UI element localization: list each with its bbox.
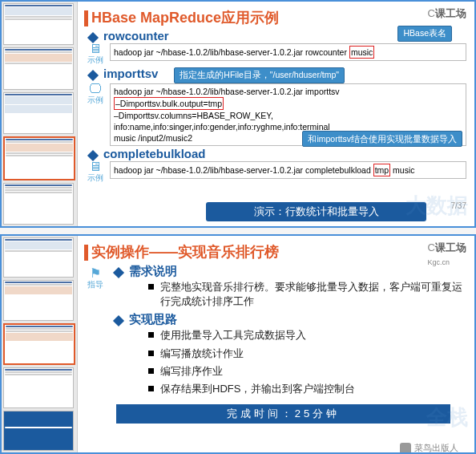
thumbnail[interactable]: [3, 3, 74, 45]
example-icon: 🖥 示例: [84, 43, 107, 66]
bullet-item: 编写播放统计作业: [129, 347, 466, 361]
thumbnail[interactable]: [3, 47, 74, 89]
square-bullet-icon: [148, 386, 154, 391]
highlight-box: –Dimporttsv.bulk.output=tmp: [114, 97, 224, 110]
thumbnail-active[interactable]: [3, 323, 75, 365]
slide-title: 实例操作——实现音乐排行榜: [84, 242, 466, 261]
thumbnail[interactable]: [3, 280, 74, 320]
bullet-item: 使用批量导入工具完成数据导入: [129, 328, 466, 343]
example-icon: 🖵 示例: [84, 83, 107, 106]
slide-content: C课工场Kgc.cn HBase MapReduce应用示例 rowcounte…: [78, 2, 474, 226]
thumbnail[interactable]: [3, 92, 74, 134]
thumbnail[interactable]: [3, 411, 74, 451]
callout-bulk-import: 和importtsv结合使用实现批量数据导入: [302, 131, 462, 147]
bullet-item: 保存结果到HDFS，并输出到客户端控制台: [129, 382, 466, 396]
thumbnail[interactable]: [3, 237, 74, 278]
section-heading: rowcounter: [103, 29, 169, 43]
callout-hbase-table: HBase表名: [397, 26, 452, 42]
thumbnail-panel: [2, 2, 78, 226]
highlight-box: music: [349, 46, 374, 59]
square-bullet-icon: [148, 351, 154, 356]
thumbnail[interactable]: [3, 183, 74, 225]
square-bullet-icon: [148, 284, 154, 290]
diamond-bullet-icon: [87, 70, 99, 81]
wechat-icon: [400, 443, 411, 453]
slide-1: C课工场Kgc.cn HBase MapReduce应用示例 rowcounte…: [0, 0, 476, 228]
title-accent: [84, 245, 88, 261]
section-heading: 需求说明: [129, 264, 177, 279]
diamond-bullet-icon: [113, 267, 124, 278]
command-box: hadoop jar ~/hbase-1.0.2/lib/hbase-serve…: [110, 83, 466, 146]
title-accent: [84, 10, 88, 26]
monitor-icon: 🖥: [84, 43, 107, 55]
section-completebulkload: completebulkload /user/hduser/tmp: [84, 147, 466, 160]
callout-hfile-dir: 指定生成的HFile目录，"/user/hduser/tmp": [174, 67, 345, 83]
command-box: hadoop jar ~/hbase-1.0.2/lib/hbase-serve…: [110, 43, 466, 61]
monitor-icon: 🖵: [84, 83, 107, 95]
section-heading: 实现思路: [129, 312, 177, 327]
example-icon: 🖥 示例: [84, 161, 107, 184]
bullet-item: 完整地实现音乐排行榜。要求能够批量导入数据，客户端可重复运行完成统计排序工作: [129, 280, 466, 309]
highlight-box: tmp: [373, 164, 391, 176]
diamond-bullet-icon: [87, 150, 99, 161]
thumbnail-panel: [2, 236, 78, 452]
section-approach: 实现思路: [110, 312, 466, 327]
diamond-bullet-icon: [113, 315, 124, 326]
command-box: hadoop jar ~/hbase-1.0.2/lib/hbase-serve…: [110, 161, 466, 179]
section-heading: completebulkload: [103, 147, 206, 160]
bullet-item: 编写排序作业: [129, 364, 466, 379]
guide-icon: ⚑ 指导: [84, 268, 107, 399]
monitor-icon: 🖥: [84, 161, 107, 172]
flag-icon: ⚑: [84, 268, 107, 279]
section-heading: importtsv: [103, 67, 158, 80]
source-footer: 菜鸟出版人: [400, 442, 458, 452]
square-bullet-icon: [148, 368, 154, 374]
thumbnail-active[interactable]: [3, 136, 75, 180]
thumbnail[interactable]: [3, 367, 74, 407]
square-bullet-icon: [148, 332, 154, 338]
slide-2: C课工场Kgc.cn 实例操作——实现音乐排行榜 ⚑ 指导 需求说明 完整地实现…: [0, 234, 476, 454]
demo-bar: 演示：行数统计和批量导入: [206, 202, 426, 221]
slide-content: C课工场Kgc.cn 实例操作——实现音乐排行榜 ⚑ 指导 需求说明 完整地实现…: [78, 236, 474, 452]
slide-title: HBase MapReduce应用示例: [84, 8, 466, 27]
brand-logo: C课工场Kgc.cn: [428, 241, 466, 267]
page-indicator: 7/37: [451, 201, 466, 210]
section-requirements: 需求说明: [110, 264, 466, 279]
time-bar: 完成时间：25分钟: [116, 404, 450, 424]
section-importtsv: importtsv 指定生成的HFile目录，"/user/hduser/tmp…: [84, 67, 466, 83]
